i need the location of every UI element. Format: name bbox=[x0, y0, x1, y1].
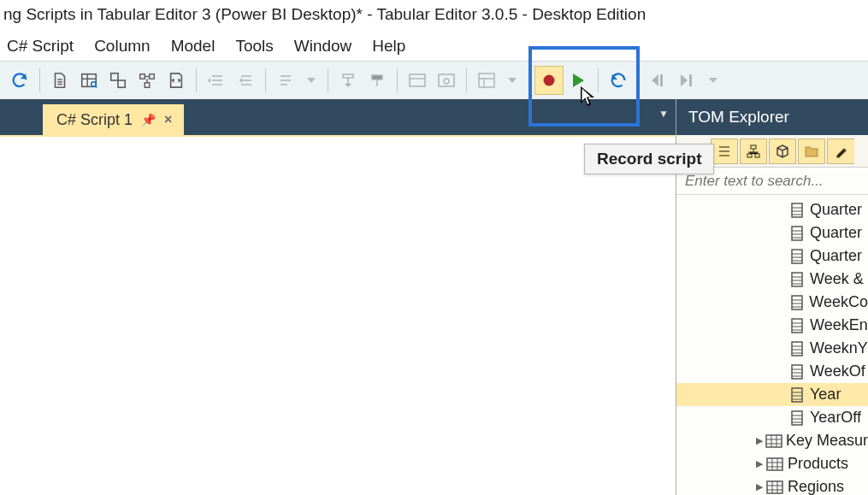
window-title: ng Scripts in Tabular Editor 3 (Power BI… bbox=[0, 0, 868, 31]
tree-table-item[interactable]: ▶Key Measur bbox=[676, 429, 868, 452]
format-button-1[interactable] bbox=[334, 66, 363, 95]
skip-next-button[interactable] bbox=[673, 66, 702, 95]
outdent-button[interactable] bbox=[202, 66, 231, 95]
format-button-2[interactable] bbox=[363, 66, 392, 95]
svg-rect-22 bbox=[792, 342, 802, 356]
close-icon[interactable]: × bbox=[164, 112, 172, 127]
svg-rect-23 bbox=[792, 365, 802, 379]
layout-button[interactable] bbox=[472, 66, 501, 95]
tom-explorer-title: TOM Explorer bbox=[676, 99, 868, 135]
column-icon bbox=[788, 203, 806, 218]
tab-strip: C# Script 1 📌 × ▼ bbox=[0, 99, 676, 135]
dropdown-3[interactable] bbox=[702, 66, 724, 95]
column-icon bbox=[788, 387, 806, 403]
column-icon bbox=[788, 341, 806, 357]
search-input[interactable] bbox=[685, 173, 868, 190]
tree-column-item[interactable]: WeekCo bbox=[676, 291, 868, 314]
expander-icon[interactable]: ▶ bbox=[753, 458, 765, 469]
svg-rect-15 bbox=[755, 154, 759, 157]
explorer-tree[interactable]: Quarter Quarter Quarter Week & WeekCo We… bbox=[676, 195, 868, 495]
explorer-tree-button[interactable] bbox=[740, 138, 767, 164]
tree-column-item[interactable]: Quarter bbox=[676, 245, 868, 268]
menu-model[interactable]: Model bbox=[171, 37, 216, 56]
tree-column-item-selected[interactable]: Year bbox=[676, 383, 868, 406]
code-editor[interactable] bbox=[0, 135, 676, 495]
column-icon bbox=[788, 249, 806, 264]
explorer-folder-button[interactable] bbox=[798, 138, 825, 164]
comment-button[interactable] bbox=[271, 66, 300, 95]
pin-icon[interactable]: 📌 bbox=[141, 113, 156, 127]
data-preview-button[interactable] bbox=[74, 66, 103, 95]
new-file-button[interactable] bbox=[45, 66, 74, 95]
run-script-button[interactable] bbox=[564, 66, 593, 95]
svg-rect-26 bbox=[766, 435, 782, 447]
svg-rect-19 bbox=[792, 273, 802, 286]
tab-csharp-script-1[interactable]: C# Script 1 📌 × bbox=[43, 104, 184, 135]
column-icon bbox=[788, 410, 806, 426]
svg-rect-6 bbox=[145, 83, 150, 88]
svg-rect-16 bbox=[792, 203, 802, 217]
expander-icon[interactable]: ▶ bbox=[753, 481, 765, 492]
tree-column-item[interactable]: Quarter bbox=[676, 221, 868, 245]
svg-rect-2 bbox=[111, 74, 118, 80]
menu-help[interactable]: Help bbox=[372, 37, 405, 56]
record-script-button[interactable] bbox=[534, 66, 564, 95]
svg-rect-13 bbox=[751, 145, 756, 149]
svg-rect-9 bbox=[439, 74, 454, 86]
toolbar bbox=[0, 62, 868, 99]
svg-rect-24 bbox=[792, 388, 802, 402]
panel-button-2[interactable] bbox=[432, 66, 461, 95]
table-icon bbox=[765, 480, 784, 494]
menu-column[interactable]: Column bbox=[94, 37, 150, 56]
skip-prev-button[interactable] bbox=[644, 66, 673, 95]
explorer-list-button[interactable] bbox=[711, 138, 738, 164]
expander-icon[interactable]: ▶ bbox=[753, 435, 765, 446]
column-icon bbox=[788, 226, 806, 241]
svg-rect-20 bbox=[792, 296, 802, 309]
svg-rect-17 bbox=[792, 227, 802, 240]
column-icon bbox=[788, 318, 806, 333]
editor-pane: C# Script 1 📌 × ▼ bbox=[0, 99, 676, 495]
tree-column-item[interactable]: WeeknY bbox=[676, 337, 868, 360]
tree-column-item[interactable]: WeekEn bbox=[676, 314, 868, 337]
svg-rect-18 bbox=[792, 250, 802, 263]
script-button[interactable] bbox=[162, 66, 191, 95]
tab-label: C# Script 1 bbox=[56, 111, 133, 129]
refresh-button[interactable] bbox=[5, 66, 34, 95]
tree-column-item[interactable]: Quarter bbox=[676, 198, 868, 221]
svg-rect-28 bbox=[767, 481, 782, 493]
column-icon bbox=[788, 295, 806, 310]
tree-table-item[interactable]: ▶Products bbox=[676, 452, 868, 475]
indent-button[interactable] bbox=[231, 66, 260, 95]
menu-bar: C# Script Column Model Tools Window Help bbox=[0, 31, 868, 62]
dropdown-2[interactable] bbox=[501, 66, 523, 95]
panel-button-1[interactable] bbox=[403, 66, 432, 95]
svg-rect-11 bbox=[479, 74, 494, 87]
svg-rect-0 bbox=[82, 74, 97, 87]
svg-rect-7 bbox=[343, 74, 353, 78]
svg-rect-3 bbox=[118, 80, 125, 87]
table-icon bbox=[765, 457, 784, 471]
menu-csharp-script[interactable]: C# Script bbox=[7, 37, 74, 56]
svg-rect-8 bbox=[410, 74, 425, 86]
svg-rect-5 bbox=[150, 74, 155, 80]
tree-column-item[interactable]: WeekOf bbox=[676, 360, 868, 383]
svg-point-12 bbox=[544, 75, 555, 86]
tabstrip-dropdown[interactable]: ▼ bbox=[658, 108, 669, 120]
svg-rect-27 bbox=[767, 458, 782, 470]
tree-column-item[interactable]: YearOff bbox=[676, 406, 868, 429]
explorer-edit-button[interactable] bbox=[827, 138, 854, 164]
column-icon bbox=[788, 272, 806, 287]
explorer-cube-button[interactable] bbox=[769, 138, 796, 164]
tree-table-item[interactable]: ▶Regions bbox=[676, 475, 868, 495]
tree-column-item[interactable]: Week & bbox=[676, 268, 868, 291]
menu-tools[interactable]: Tools bbox=[235, 37, 273, 56]
dependencies-button[interactable] bbox=[133, 66, 162, 95]
svg-rect-25 bbox=[792, 411, 802, 425]
dropdown-1[interactable] bbox=[300, 66, 322, 95]
column-icon bbox=[788, 364, 806, 380]
undo-button[interactable] bbox=[604, 66, 633, 95]
svg-rect-21 bbox=[792, 319, 802, 333]
pivot-button[interactable] bbox=[103, 66, 133, 95]
menu-window[interactable]: Window bbox=[294, 37, 352, 56]
